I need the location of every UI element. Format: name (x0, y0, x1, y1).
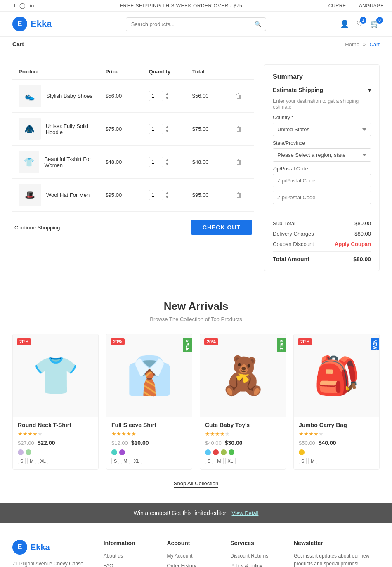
checkout-button[interactable]: CHECK OUT (191, 220, 252, 235)
product-card-2[interactable]: 20% SALE 👔 Full Sleeve Shirt ★★★★★ $12.0… (106, 334, 192, 470)
promo-banner: Win a contest! Get this limited-editon V… (0, 503, 392, 523)
color-dot-8[interactable] (229, 449, 234, 455)
size-xl-p2[interactable]: XL (132, 458, 142, 464)
sale-badge-3: SALE (277, 338, 286, 352)
color-dot-3[interactable] (111, 449, 117, 455)
qty-up-2[interactable]: ▲ (165, 125, 170, 129)
search-input[interactable] (126, 18, 250, 31)
size-s-p1[interactable]: S (18, 458, 26, 464)
state-select[interactable]: Please Select a region, state (273, 148, 371, 162)
twitter-icon[interactable]: t (14, 2, 16, 9)
size-s-p3[interactable]: S (205, 458, 213, 464)
continue-shopping-link[interactable]: Continue Shopping (14, 224, 60, 231)
currency-label[interactable]: CURRE... (328, 3, 350, 9)
prices-p4: $50.00 $40.00 (299, 439, 374, 446)
sizes-p3: S M XL (205, 458, 281, 464)
qty-input-1[interactable] (149, 91, 163, 101)
country-select[interactable]: United States (273, 123, 371, 136)
delete-item-3[interactable]: 🗑 (236, 158, 248, 166)
discount-badge-3: 20% (204, 338, 218, 345)
product-info-1: Round Neck T-Shirt ★★★★★ $27.00 $22.00 S… (13, 417, 98, 469)
qty-input-4[interactable] (149, 190, 163, 200)
cart-product-1: 👟 Stylish Baby Shoes (19, 85, 105, 107)
country-label: Country * (273, 115, 371, 120)
footer-link-myaccount[interactable]: My Account (167, 553, 192, 559)
color-dot-7[interactable] (221, 449, 227, 455)
color-dot-1[interactable] (18, 449, 24, 455)
footer-link-about[interactable]: About us (104, 553, 123, 559)
cart-product-3: 👕 Beautiful T-shirt For Women (19, 151, 105, 173)
promo-text: FREE SHIPPING THIS WEEK ORDER OVER - $75 (120, 3, 243, 9)
wishlist-icon[interactable]: ♡ 1 (357, 19, 363, 28)
qty-down-3[interactable]: ▼ (165, 162, 170, 167)
qty-up-4[interactable]: ▲ (165, 191, 170, 195)
qty-input-3[interactable] (149, 157, 163, 167)
qty-down-1[interactable]: ▼ (165, 96, 170, 101)
discount-badge-4: 20% (298, 338, 312, 345)
table-row: 🧥 Unisex Fully Solid Hoodie $75.00 ▲ ▼ $… (12, 113, 254, 146)
size-xl-p3[interactable]: XL (225, 458, 236, 464)
size-m-p2[interactable]: M (121, 458, 130, 464)
size-m-p4[interactable]: M (308, 458, 317, 464)
zip-input-2[interactable] (273, 191, 371, 204)
qty-up-3[interactable]: ▲ (165, 158, 170, 162)
footer-col-title-newsletter: Newsletter (294, 540, 380, 546)
color-dot-4[interactable] (119, 449, 125, 455)
old-price-p2: $12.00 (111, 440, 128, 446)
product-card-3[interactable]: 20% SALE 🧸 Cute Baby Toy's ★★★★★ $40.00 … (200, 334, 286, 470)
linkedin-icon[interactable]: in (30, 2, 34, 9)
size-s-p4[interactable]: S (299, 458, 307, 464)
top-bar-social: f t ◯ in (8, 2, 34, 9)
qty-input-2[interactable] (149, 124, 163, 134)
footer-col-title-info: Information (104, 540, 159, 546)
shop-all-link[interactable]: Shop All Collection (174, 480, 218, 488)
product-card-1[interactable]: 20% 👕 Round Neck T-Shirt ★★★★★ $27.00 $2… (12, 334, 99, 470)
header-icons: 👤 ♡ 1 🛒 0 (340, 19, 380, 28)
breadcrumb-home[interactable]: Home (345, 41, 359, 47)
delete-item-4[interactable]: 🗑 (236, 191, 248, 199)
chevron-down-icon: ▾ (368, 87, 371, 93)
cart-summary: Summary Estimate Shipping ▾ Enter your d… (264, 64, 380, 271)
facebook-icon[interactable]: f (8, 2, 10, 9)
footer-link-orders[interactable]: Order History (167, 563, 196, 567)
qty-down-2[interactable]: ▼ (165, 129, 170, 134)
subtotal-row: Sub-Total $80.00 (273, 220, 371, 227)
size-s-p2[interactable]: S (111, 458, 119, 464)
product-card-4[interactable]: 20% NEW 🎒 Jumbo Carry Bag ★★★★★ $50.00 $… (293, 334, 380, 470)
qty-down-4[interactable]: ▼ (165, 195, 170, 200)
estimate-header[interactable]: Estimate Shipping ▾ (273, 87, 371, 93)
new-arrivals-section: New Arrivals Browse The Collection of To… (0, 284, 392, 503)
size-m-p3[interactable]: M (215, 458, 223, 464)
zip-input-1[interactable] (273, 174, 371, 187)
size-xl-p1[interactable]: XL (38, 458, 48, 464)
language-label[interactable]: LANGUAGE (356, 3, 384, 9)
footer-links-services: Discount Returns Policy & policy Custome… (230, 552, 286, 567)
color-dot-5[interactable] (205, 449, 211, 455)
instagram-icon[interactable]: ◯ (19, 2, 26, 9)
logo[interactable]: E Ekka (12, 17, 52, 31)
color-dot-6[interactable] (213, 449, 219, 455)
delete-item-1[interactable]: 🗑 (236, 92, 248, 100)
footer-main: E Ekka 71 Pilgrim Avenue Chevy Chase, ea… (12, 540, 380, 567)
product-img-wrap-3: 20% SALE 🧸 (200, 334, 286, 417)
new-price-p3: $30.00 (225, 439, 243, 446)
delete-item-2[interactable]: 🗑 (236, 125, 248, 133)
size-m-p1[interactable]: M (27, 458, 36, 464)
summary-title: Summary (273, 73, 371, 80)
apply-coupon-link[interactable]: Apply Coupan (335, 241, 371, 247)
colors-p2 (111, 449, 187, 455)
qty-up-1[interactable]: ▲ (165, 92, 170, 96)
coupon-label: Coupan Discount (273, 241, 314, 247)
col-price: Price (105, 69, 149, 75)
color-dot-2[interactable] (26, 449, 31, 455)
stars-p4: ★★★★★ (299, 431, 374, 437)
footer-link-faq[interactable]: FAQ (104, 563, 113, 567)
search-button[interactable]: 🔍 (250, 18, 266, 31)
footer-link-discount[interactable]: Discount Returns (230, 553, 268, 559)
product-name-1: Stylish Baby Shoes (46, 93, 92, 99)
footer-link-policy[interactable]: Policy & policy (230, 563, 262, 567)
view-detail-link[interactable]: View Detail (232, 510, 259, 516)
user-icon[interactable]: 👤 (340, 19, 349, 28)
color-dot-9[interactable] (299, 449, 305, 455)
cart-icon[interactable]: 🛒 0 (371, 19, 380, 28)
